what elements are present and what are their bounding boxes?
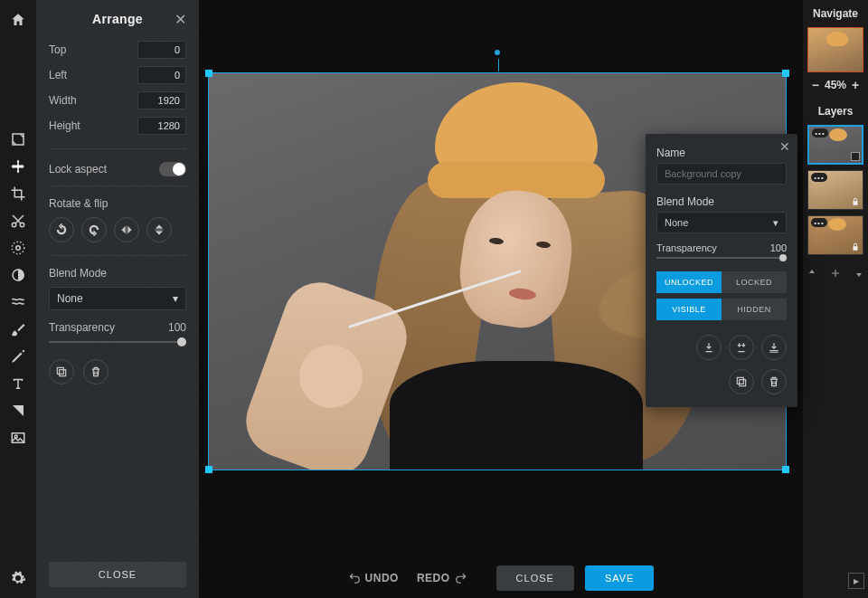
tool-rail	[0, 0, 36, 598]
rotate-handle[interactable]	[493, 48, 502, 57]
lp-blend-value: None	[665, 217, 688, 228]
rotate-flip-label: Rotate & flip	[49, 186, 186, 217]
transparency-value: 100	[168, 321, 186, 334]
flatten-icon[interactable]	[761, 335, 787, 360]
layer-add-icon[interactable]	[828, 266, 843, 280]
blend-mode-label: Blend Mode	[49, 256, 186, 287]
undo-button[interactable]: UNDO	[348, 572, 399, 584]
rotate-ccw-icon[interactable]	[49, 217, 74, 242]
flip-vertical-icon[interactable]	[146, 217, 172, 242]
redo-button[interactable]: REDO	[417, 572, 467, 584]
unlocked-button[interactable]: UNLOCKED	[656, 271, 722, 293]
height-label: Height	[49, 119, 80, 132]
lp-blend-select[interactable]: None ▾	[656, 212, 787, 233]
tool-crop-icon[interactable]	[5, 181, 31, 206]
transparency-slider[interactable]	[49, 341, 186, 343]
tool-pen-icon[interactable]	[5, 344, 31, 369]
bottom-bar: UNDO REDO CLOSE SAVE	[199, 558, 803, 598]
layer-menu-icon[interactable]: •••	[811, 218, 827, 227]
svg-rect-11	[740, 380, 746, 386]
tool-image-icon[interactable]	[5, 127, 31, 152]
resize-handle-bl[interactable]	[205, 466, 212, 473]
layer-visibility-checkbox[interactable]	[851, 152, 860, 161]
zoom-value: 45%	[825, 79, 846, 91]
merge-down-icon[interactable]	[696, 335, 722, 360]
layer-down-icon[interactable]	[852, 266, 866, 280]
layer-menu-icon[interactable]: •••	[811, 173, 827, 182]
tool-brush-icon[interactable]	[5, 317, 31, 342]
layer-name-input[interactable]	[656, 163, 787, 185]
duplicate-icon[interactable]	[49, 359, 74, 384]
left-input[interactable]	[137, 66, 186, 84]
undo-label: UNDO	[365, 572, 399, 584]
tool-adjust-icon[interactable]	[5, 262, 31, 288]
resize-handle-br[interactable]	[782, 466, 789, 473]
layer-thumb[interactable]: •••	[807, 125, 863, 165]
tool-move-icon[interactable]	[5, 154, 31, 179]
tool-text-icon[interactable]	[5, 371, 31, 396]
arrange-panel: Arrange ✕ Top Left Width Height Lock asp…	[36, 0, 199, 598]
save-button[interactable]: SAVE	[585, 565, 655, 591]
chevron-down-icon: ▾	[773, 217, 778, 229]
arrange-close-button[interactable]: CLOSE	[49, 562, 186, 587]
collapse-panel-icon[interactable]: ▸	[848, 573, 864, 589]
layer-up-icon[interactable]	[805, 266, 819, 280]
hidden-button[interactable]: HIDDEN	[722, 299, 787, 320]
lp-transparency-label: Transparency	[656, 242, 717, 253]
close-button[interactable]: CLOSE	[496, 565, 574, 591]
tool-picture-icon[interactable]	[5, 425, 31, 451]
lp-blend-label: Blend Mode	[656, 192, 787, 212]
svg-rect-12	[737, 377, 743, 384]
zoom-in-button[interactable]: +	[852, 78, 859, 92]
lp-transparency-slider[interactable]	[656, 257, 787, 259]
visibility-segment: VISIBLE HIDDEN	[656, 299, 787, 320]
height-input[interactable]	[137, 117, 186, 135]
layers-title: Layers	[818, 98, 854, 125]
resize-handle-tl[interactable]	[205, 70, 212, 77]
lock-icon	[850, 242, 861, 252]
right-panel: Navigate − 45% + Layers ••• ••• •••	[803, 0, 868, 598]
top-label: Top	[49, 43, 66, 56]
layer-menu-icon[interactable]: •••	[812, 128, 828, 138]
layer-thumb[interactable]: •••	[807, 170, 863, 210]
name-label: Name	[656, 143, 787, 163]
delete-icon[interactable]	[761, 369, 787, 394]
duplicate-icon[interactable]	[729, 369, 754, 394]
tool-fill-icon[interactable]	[5, 398, 31, 423]
rotate-cw-icon[interactable]	[81, 217, 107, 242]
home-icon[interactable]	[5, 7, 31, 33]
settings-icon[interactable]	[5, 565, 31, 591]
top-input[interactable]	[137, 41, 186, 59]
tool-heal-icon[interactable]	[5, 235, 31, 261]
width-input[interactable]	[137, 91, 186, 109]
resize-handle-tr[interactable]	[782, 70, 789, 77]
svg-point-4	[12, 242, 24, 254]
visible-button[interactable]: VISIBLE	[656, 299, 722, 320]
zoom-out-button[interactable]: −	[812, 78, 819, 92]
close-icon[interactable]: ✕	[779, 139, 790, 154]
tool-cut-icon[interactable]	[5, 208, 31, 233]
layer-thumb[interactable]: •••	[807, 215, 863, 255]
svg-point-3	[16, 246, 21, 251]
tool-liquify-icon[interactable]	[5, 290, 31, 315]
svg-rect-9	[60, 370, 66, 376]
lock-icon	[850, 196, 861, 207]
blend-mode-select[interactable]: None ▾	[49, 287, 186, 310]
svg-rect-10	[57, 367, 63, 374]
blend-mode-value: None	[57, 292, 83, 305]
width-label: Width	[49, 94, 77, 107]
transparency-label: Transparency	[49, 321, 115, 334]
locked-button[interactable]: LOCKED	[722, 271, 787, 293]
arrange-title: Arrange	[92, 12, 143, 26]
navigator-thumbnail[interactable]	[807, 27, 863, 72]
layer-properties-panel: ✕ Name Blend Mode None ▾ Transparency 10…	[646, 134, 797, 407]
close-icon[interactable]: ✕	[175, 11, 186, 28]
lock-aspect-label: Lock aspect	[49, 163, 107, 176]
merge-all-icon[interactable]	[729, 335, 754, 360]
left-label: Left	[49, 69, 67, 81]
redo-label: REDO	[417, 572, 450, 584]
delete-icon[interactable]	[83, 359, 108, 384]
flip-horizontal-icon[interactable]	[114, 217, 139, 242]
lock-aspect-toggle[interactable]	[159, 162, 186, 176]
lock-segment: UNLOCKED LOCKED	[656, 271, 787, 293]
